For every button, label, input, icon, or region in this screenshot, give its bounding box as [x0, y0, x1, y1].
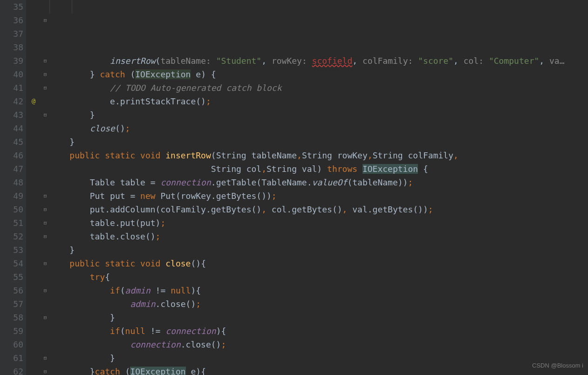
fold-marker: [41, 270, 49, 284]
annotation-marker: @: [26, 95, 41, 108]
code-line[interactable]: put.addColumn(colFamily.getBytes(), col.…: [49, 203, 588, 216]
fold-marker[interactable]: ⊟: [41, 68, 49, 81]
fold-marker[interactable]: ⊟: [41, 257, 49, 270]
fold-marker[interactable]: ⊟: [41, 230, 49, 243]
code-line[interactable]: // TODO Auto-generated catch block: [49, 81, 588, 95]
annotation-marker: [26, 68, 41, 81]
line-number: 42: [5, 95, 23, 108]
code-line[interactable]: insertRow(tableName: "Student", rowKey: …: [49, 54, 588, 68]
fold-marker: [41, 149, 49, 162]
code-line[interactable]: Table table = connection.getTable(TableN…: [49, 176, 588, 189]
indent-guide: [49, 0, 50, 14]
code-line[interactable]: try{: [49, 270, 588, 284]
fold-marker: [41, 41, 49, 54]
annotation-marker: [26, 243, 41, 257]
fold-marker[interactable]: ⊟: [41, 203, 49, 216]
code-line[interactable]: close();: [49, 122, 588, 135]
code-line[interactable]: } catch (IOException e) {: [49, 68, 588, 81]
fold-marker[interactable]: ⊟: [41, 351, 49, 365]
annotation-marker: [26, 338, 41, 351]
fold-marker: [41, 176, 49, 189]
code-line[interactable]: table.put(put);: [49, 216, 588, 230]
annotation-marker: [26, 216, 41, 230]
annotation-marker: [26, 230, 41, 243]
annotation-marker: [26, 324, 41, 338]
fold-marker: [41, 27, 49, 41]
fold-marker: [41, 162, 49, 176]
code-line[interactable]: }catch (IOException e){: [49, 365, 588, 375]
code-line[interactable]: }: [49, 108, 588, 122]
annotation-marker: [26, 0, 41, 14]
fold-marker: [41, 338, 49, 351]
fold-marker[interactable]: ⊟: [41, 311, 49, 324]
fold-marker[interactable]: ⊟: [41, 54, 49, 68]
code-line[interactable]: if(admin != null){: [49, 284, 588, 297]
fold-marker: [41, 243, 49, 257]
indent-guide: [72, 0, 72, 14]
line-number: 57: [5, 297, 23, 311]
watermark-text: CSDN @Blossom i: [532, 359, 583, 372]
code-line[interactable]: String col,String val) throws IOExceptio…: [49, 162, 588, 176]
code-line[interactable]: }: [49, 243, 588, 257]
code-line[interactable]: public static void insertRow(String tabl…: [49, 149, 588, 162]
fold-marker: [41, 122, 49, 135]
annotation-marker: [26, 27, 41, 41]
annotation-marker: [26, 257, 41, 270]
fold-marker: [41, 324, 49, 338]
fold-marker[interactable]: ⊟: [41, 189, 49, 203]
line-number: 58: [5, 311, 23, 324]
code-line[interactable]: public static void close(){: [49, 257, 588, 270]
code-line[interactable]: e.printStackTrace();: [49, 95, 588, 108]
line-number: 60: [5, 338, 23, 351]
annotation-marker: [26, 189, 41, 203]
fold-gutter[interactable]: ⊟⊟⊟⊟⊟⊟⊟⊟⊟⊟⊟⊟⊟⊟: [41, 0, 49, 375]
line-number: 62: [5, 365, 23, 375]
line-number: 61: [5, 351, 23, 365]
code-line[interactable]: table.close();: [49, 230, 588, 243]
annotation-marker: [26, 351, 41, 365]
code-line[interactable]: }: [49, 351, 588, 365]
annotation-marker: [26, 203, 41, 216]
fold-marker: [41, 297, 49, 311]
annotation-marker: [26, 270, 41, 284]
code-line[interactable]: }: [49, 135, 588, 149]
fold-marker: [41, 95, 49, 108]
line-number: 56: [5, 284, 23, 297]
annotation-marker: [26, 149, 41, 162]
code-line[interactable]: admin.close();: [49, 297, 588, 311]
fold-marker[interactable]: ⊟: [41, 108, 49, 122]
annotation-marker: [26, 365, 41, 375]
fold-marker[interactable]: ⊟: [41, 216, 49, 230]
line-number: 35: [5, 0, 23, 14]
code-area[interactable]: insertRow(tableName: "Student", rowKey: …: [49, 0, 588, 375]
line-number: 48: [5, 176, 23, 189]
line-number-gutter: 3536373839404142434445464748495051525354…: [0, 0, 26, 375]
annotation-marker: [26, 108, 41, 122]
annotation-marker: [26, 311, 41, 324]
line-number: 36: [5, 14, 23, 27]
line-number: 47: [5, 162, 23, 176]
fold-marker[interactable]: ⊟: [41, 365, 49, 375]
code-line[interactable]: }: [49, 311, 588, 324]
code-line[interactable]: connection.close();: [49, 338, 588, 351]
line-number: 38: [5, 41, 23, 54]
line-number: 54: [5, 257, 23, 270]
line-number: 43: [5, 108, 23, 122]
code-editor[interactable]: 3536373839404142434445464748495051525354…: [0, 0, 588, 375]
fold-marker[interactable]: ⊟: [41, 284, 49, 297]
line-number: 46: [5, 149, 23, 162]
line-number: 53: [5, 243, 23, 257]
annotation-marker: [26, 41, 41, 54]
annotation-marker: [26, 176, 41, 189]
fold-marker: [41, 135, 49, 149]
line-number: 49: [5, 189, 23, 203]
annotation-marker: [26, 14, 41, 27]
code-line[interactable]: Put put = new Put(rowKey.getBytes());: [49, 189, 588, 203]
fold-marker[interactable]: ⊟: [41, 14, 49, 27]
line-number: 39: [5, 54, 23, 68]
code-line[interactable]: if(null != connection){: [49, 324, 588, 338]
line-number: 59: [5, 324, 23, 338]
fold-marker[interactable]: ⊟: [41, 81, 49, 95]
line-number: 50: [5, 203, 23, 216]
line-number: 51: [5, 216, 23, 230]
